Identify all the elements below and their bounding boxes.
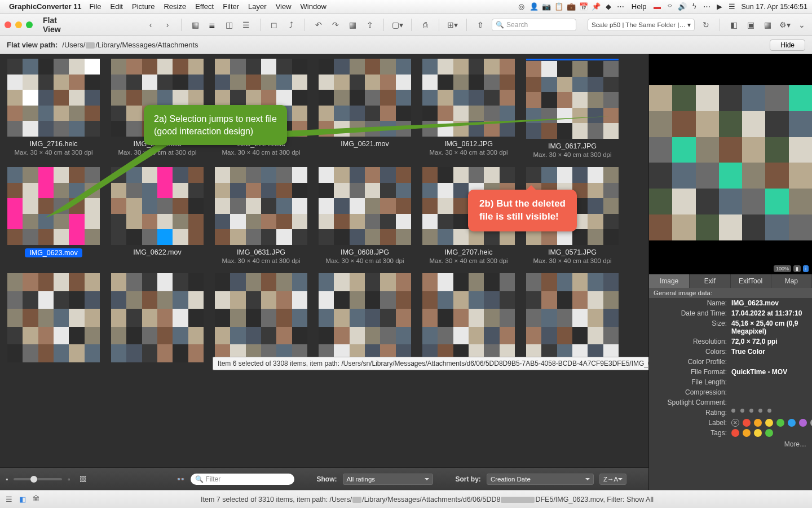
info-datetime: 17.04.2022 at 11:37:10 <box>731 309 807 317</box>
menu-layer[interactable]: Layer <box>244 2 271 11</box>
more-icon[interactable]: ⋯ <box>701 2 713 11</box>
crop-icon[interactable]: ◻ <box>268 19 280 31</box>
thumb-size-slider[interactable] <box>14 478 62 480</box>
list-icon[interactable]: ☰ <box>6 495 12 503</box>
redacted-icon <box>501 497 535 503</box>
screens-icon[interactable]: ▢▾ <box>392 19 403 31</box>
tab-exif[interactable]: Exif <box>690 274 730 288</box>
reload-icon[interactable]: ↻ <box>700 19 712 31</box>
volume-icon[interactable]: 🔊 <box>676 2 689 11</box>
sort-dropdown[interactable]: Creation Date <box>487 474 594 485</box>
calendar-icon[interactable]: ▦ <box>347 19 358 31</box>
zoom-badge[interactable]: 100% <box>774 265 791 272</box>
panel-grid-icon[interactable]: ▦ <box>762 19 773 31</box>
menu-filter[interactable]: Filter <box>218 2 244 11</box>
tab-image[interactable]: Image <box>649 274 690 288</box>
panel-image-icon[interactable]: ▣ <box>745 19 756 31</box>
info-icon[interactable]: i <box>803 265 809 272</box>
tab-map[interactable]: Map <box>771 274 812 288</box>
user-icon[interactable]: 👤 <box>528 2 540 11</box>
hide-button[interactable]: Hide <box>770 40 805 51</box>
calendar-icon[interactable]: 📅 <box>577 2 590 11</box>
pin-icon[interactable]: 📌 <box>590 2 602 11</box>
histogram-icon[interactable]: ▮ <box>793 265 801 272</box>
zoom-in-icon[interactable]: ▫ <box>68 475 70 483</box>
rating-dots[interactable] <box>731 409 807 413</box>
view-list-icon[interactable]: ≣ <box>206 19 218 31</box>
glasses-icon[interactable]: 👓 <box>176 475 185 483</box>
menubar: GraphicConverter 11 File Edit Picture Re… <box>0 0 812 14</box>
tab-exiftool[interactable]: ExifTool <box>731 274 771 288</box>
panel-left-icon[interactable]: ◧ <box>728 19 739 31</box>
clipboard-icon[interactable]: 📋 <box>553 2 565 11</box>
grid-icon[interactable]: ⊞▾ <box>447 19 458 31</box>
sidebar-icon[interactable]: ◧ <box>19 495 26 503</box>
info-size: 45,16 × 25,40 cm (0,9 Megapixel) <box>731 319 807 335</box>
status-bar: ☰ ◧ 🏛 Item 7 selected of 3310 items, ite… <box>0 490 812 508</box>
browser-area: IMG_2716.heicMax. 30 × 40 cm at 300 dpiI… <box>0 54 648 490</box>
path-text[interactable]: /Users//Library/Messages/Attachments <box>62 41 198 49</box>
info-spotlight <box>731 398 807 406</box>
link-icon[interactable]: ⤴ <box>285 19 297 31</box>
rotate-left-icon[interactable]: ↶ <box>313 19 324 31</box>
batch-dropdown[interactable]: Scale p50 | The Same Folder |…▾ <box>588 19 695 31</box>
camera-icon[interactable]: 📷 <box>540 2 553 11</box>
clock[interactable]: Sun 17. Apr 15:46:51 <box>738 3 807 11</box>
flag-icon[interactable]: ▬ <box>651 2 664 11</box>
menu-edit[interactable]: Edit <box>106 2 127 11</box>
menu-effect[interactable]: Effect <box>191 2 218 11</box>
show-label: Show: <box>317 475 337 483</box>
preview-area[interactable]: 100% ▮ i <box>649 54 812 274</box>
info-profile <box>731 358 807 366</box>
info-colors: True Color <box>731 348 807 356</box>
menu-view[interactable]: View <box>271 2 296 11</box>
rotate-right-icon[interactable]: ↷ <box>330 19 341 31</box>
menu-picture[interactable]: Picture <box>127 2 159 11</box>
view-flat-icon[interactable]: ☰ <box>241 19 252 31</box>
app-name[interactable]: GraphicConverter 11 <box>9 2 82 11</box>
annotation-green: 2a) Selection jumps to next file (good i… <box>144 105 287 145</box>
nav-forward-button[interactable]: › <box>162 19 173 31</box>
play-icon[interactable]: ▶ <box>713 2 726 11</box>
filter-input[interactable]: 🔍 Filter <box>191 474 294 485</box>
bolt-icon[interactable]: ϟ <box>689 2 701 11</box>
annotation-red: 2b) But the deleted file is still visibl… <box>468 190 577 231</box>
show-dropdown[interactable]: All ratings <box>343 474 433 485</box>
menu-help[interactable]: Help <box>627 2 651 11</box>
wifi-icon[interactable]: ⌔ <box>664 2 676 11</box>
menu-resize[interactable]: Resize <box>159 2 191 11</box>
print-icon[interactable]: ⎙ <box>420 19 431 31</box>
gear-icon[interactable]: ⚙▾ <box>779 19 791 31</box>
tag-icon[interactable]: ◆ <box>602 2 615 11</box>
dots-icon[interactable]: ⋯ <box>615 2 627 11</box>
inspector-header: General image data: <box>649 288 812 298</box>
label-colors[interactable]: ✕ <box>731 419 812 427</box>
control-icon[interactable]: ☰ <box>726 2 738 11</box>
window-controls[interactable] <box>5 21 33 28</box>
chevron-icon[interactable]: ⌄ <box>796 19 807 31</box>
target-icon[interactable]: ◎ <box>515 2 528 11</box>
status-text: Item 7 selected of 3310 items, item path… <box>48 496 806 503</box>
info-name: IMG_0623.mov <box>731 299 807 307</box>
menu-file[interactable]: File <box>85 2 106 11</box>
more-button[interactable]: More… <box>649 438 812 450</box>
info-resolution: 72,0 × 72,0 ppi <box>731 338 807 345</box>
view-grid-icon[interactable]: ▦ <box>189 19 201 31</box>
redacted-icon <box>352 497 361 503</box>
inspector-tabs: Image Exif ExifTool Map <box>649 274 812 288</box>
window-title: Flat View <box>43 16 72 34</box>
export-icon[interactable]: ⇪ <box>364 19 376 31</box>
nav-back-button[interactable]: ‹ <box>145 19 156 31</box>
picture-icon[interactable]: 🖼 <box>80 475 86 483</box>
toolbar: Flat View ‹ › ▦ ≣ ◫ ☰ ◻ ⤴ ↶ ↷ ▦ ⇪ ▢▾ ⎙ ⊞… <box>0 14 812 36</box>
menu-window[interactable]: Window <box>296 2 331 11</box>
building-icon[interactable]: 🏛 <box>33 495 40 503</box>
sort-order-dropdown[interactable]: Z→A <box>599 474 626 485</box>
zoom-out-icon[interactable]: ▪ <box>6 475 8 483</box>
status-tooltip: Item 6 selected of 3308 items, item path… <box>213 357 648 370</box>
briefcase-icon[interactable]: 💼 <box>565 2 577 11</box>
view-columns-icon[interactable]: ◫ <box>224 19 235 31</box>
search-input[interactable]: 🔍 Search <box>492 19 576 31</box>
share-icon[interactable]: ⇧ <box>475 19 486 31</box>
tag-colors[interactable] <box>731 429 807 437</box>
